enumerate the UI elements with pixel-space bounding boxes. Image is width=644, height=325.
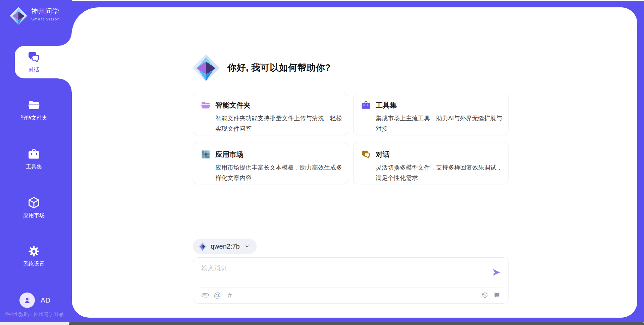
greeting: 你好, 我可以如何帮助你?	[192, 54, 331, 82]
message-composer: @ #	[193, 257, 509, 304]
card-title: 工具集	[376, 101, 397, 110]
sidebar-item-settings[interactable]: 系统设置	[0, 245, 68, 268]
sidebar-item-label: 应用市场	[23, 212, 45, 219]
quote-button[interactable]	[493, 291, 500, 299]
assistant-logo-icon	[192, 54, 220, 82]
tab-fillet-bottom	[58, 78, 72, 92]
model-selector[interactable]: qwen2:7b	[193, 239, 257, 254]
message-input[interactable]	[201, 263, 487, 284]
brand-subtitle: Smart Vision	[31, 17, 60, 21]
sidebar-item-smart-folder[interactable]: 智能文件夹	[0, 99, 68, 122]
card-toolset[interactable]: 工具集 集成市场上主流工具，助力AI与外界无缝扩展与对接	[353, 93, 508, 135]
feature-cards: 智能文件夹 智能文件夹功能支持批量文件上传与清洗，轻松实现文件问答 工具集 集成…	[193, 93, 508, 184]
card-description: 灵活切换多模型文件，支持多样回复效果调试，满足个性化需求	[376, 162, 504, 183]
history-icon	[481, 292, 488, 299]
copyright-footer: ©神州数码 · 神州问学出品	[5, 311, 63, 318]
greeting-text: 你好, 我可以如何帮助你?	[227, 62, 331, 74]
paperclip-icon	[202, 292, 209, 299]
chevron-down-icon	[244, 244, 250, 249]
card-title: 应用市场	[215, 150, 244, 159]
card-description: 智能文件夹功能支持批量文件上传与清洗，轻松实现文件问答	[215, 113, 344, 134]
send-button[interactable]	[492, 268, 501, 277]
model-name: qwen2:7b	[211, 243, 240, 250]
user-name: AD	[41, 296, 50, 304]
horizontal-scrollbar[interactable]	[0, 322, 644, 325]
chat-icon	[361, 149, 371, 159]
composer-divider	[199, 287, 502, 287]
app-window: 神州问学 Smart Vision 对话 智能文件夹 工具集 应用市场 系统设置…	[0, 0, 644, 325]
sidebar-item-toolset[interactable]: 工具集	[0, 148, 68, 171]
avatar	[19, 292, 35, 308]
at-sign-icon: @	[214, 291, 221, 299]
card-description: 应用市场提供丰富长文本模板，助力高效生成多样化文章内容	[215, 162, 344, 183]
app-grid-icon	[201, 149, 211, 159]
hash-icon: #	[228, 291, 232, 299]
send-icon	[492, 268, 501, 277]
user-profile[interactable]: AD	[19, 292, 50, 308]
brand-name: 神州问学	[31, 7, 60, 16]
chat-icon	[27, 51, 41, 64]
sidebar-item-label: 系统设置	[23, 261, 45, 268]
hashtag-button[interactable]: #	[226, 291, 233, 299]
composer-tools-left: @ #	[201, 291, 233, 299]
composer-tools-right	[481, 291, 500, 299]
sidebar-background	[0, 0, 72, 3]
tab-fillet-top	[58, 32, 72, 46]
sidebar-item-label: 智能文件夹	[20, 115, 47, 122]
mention-button[interactable]: @	[214, 291, 221, 299]
briefcase-icon	[28, 148, 40, 160]
sidebar-item-app-market[interactable]: 应用市场	[0, 196, 68, 219]
folder-icon	[201, 100, 211, 110]
gear-icon	[28, 245, 40, 258]
attach-file-button[interactable]	[201, 291, 209, 299]
person-icon	[23, 296, 32, 305]
scrollbar-thumb[interactable]	[69, 322, 644, 325]
brand-logo-icon	[9, 7, 28, 25]
card-title: 智能文件夹	[215, 101, 251, 110]
brand: 神州问学 Smart Vision	[9, 7, 60, 25]
sidebar-item-label: 工具集	[26, 164, 42, 171]
chat-bubble-icon	[493, 292, 500, 299]
briefcase-icon	[361, 100, 371, 110]
card-chat[interactable]: 对话 灵活切换多模型文件，支持多样回复效果调试，满足个性化需求	[353, 142, 508, 184]
sidebar-item-label: 对话	[29, 67, 39, 74]
cube-icon	[28, 196, 40, 209]
card-app-market[interactable]: 应用市场 应用市场提供丰富长文本模板，助力高效生成多样化文章内容	[193, 142, 348, 184]
card-description: 集成市场上主流工具，助力AI与外界无缝扩展与对接	[376, 113, 504, 134]
folder-icon	[28, 99, 40, 112]
history-button[interactable]	[481, 291, 488, 299]
model-logo-icon	[198, 242, 207, 251]
sidebar-item-chat[interactable]: 对话	[15, 46, 72, 78]
card-title: 对话	[376, 150, 390, 159]
card-smart-folder[interactable]: 智能文件夹 智能文件夹功能支持批量文件上传与清洗，轻松实现文件问答	[193, 93, 348, 135]
